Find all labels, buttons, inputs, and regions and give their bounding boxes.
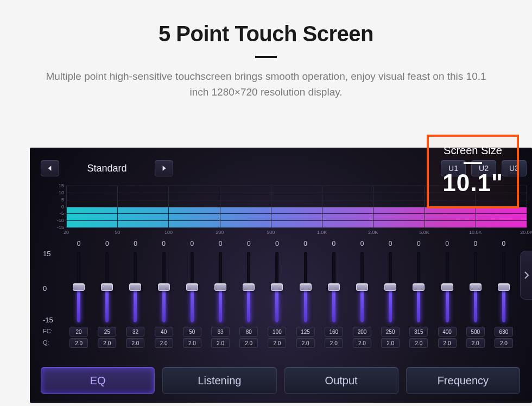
- slider-thumb[interactable]: [271, 283, 283, 291]
- tab-listening[interactable]: Listening: [162, 367, 276, 394]
- graph-x-tick: 10.0K: [469, 230, 482, 235]
- channel-q[interactable]: 2.0: [268, 338, 286, 348]
- slider-fill: [417, 287, 420, 322]
- channel-fc[interactable]: 500: [466, 327, 485, 337]
- channel-slider[interactable]: [275, 252, 278, 322]
- preset-name: Standard: [64, 163, 150, 174]
- graph-y-tick: -5: [51, 211, 64, 216]
- tab-eq[interactable]: EQ: [41, 367, 155, 394]
- slider-thumb[interactable]: [441, 283, 453, 291]
- channel-fc[interactable]: 25: [98, 327, 116, 337]
- channel-fc[interactable]: 20: [69, 327, 88, 337]
- channel-fc[interactable]: 160: [325, 327, 343, 337]
- graph-x-tick: 2.0K: [368, 230, 378, 235]
- slider-fill: [77, 287, 80, 322]
- channel-slider[interactable]: [191, 252, 194, 322]
- channel-fc[interactable]: 250: [381, 327, 400, 337]
- eq-channel: 06302.0: [491, 240, 517, 350]
- preset-prev-button[interactable]: [41, 160, 59, 176]
- slider-thumb[interactable]: [73, 283, 85, 291]
- channel-q[interactable]: 2.0: [438, 338, 457, 348]
- tab-frequency[interactable]: Frequency: [406, 367, 520, 394]
- graph-gridline-x: [271, 186, 271, 227]
- channel-slider[interactable]: [417, 252, 420, 322]
- eq-channel: 0502.0: [179, 240, 205, 350]
- channel-slider[interactable]: [105, 252, 109, 322]
- slider-thumb[interactable]: [413, 283, 425, 291]
- channel-value: 0: [134, 240, 137, 249]
- slider-thumb[interactable]: [300, 283, 312, 291]
- bank-scroll-right-button[interactable]: [520, 251, 532, 300]
- eq-slider-bank: 15 0 -15 0202.00252.00322.00402.00502.00…: [41, 240, 527, 350]
- preset-next-button[interactable]: [155, 160, 173, 176]
- channel-q[interactable]: 2.0: [296, 338, 315, 348]
- channel-slider[interactable]: [304, 252, 307, 322]
- graph-y-tick: -10: [51, 218, 64, 223]
- channel-fc[interactable]: 315: [409, 327, 428, 337]
- graph-x-tick: 20.0K: [520, 230, 532, 235]
- channel-slider[interactable]: [502, 252, 505, 322]
- eq-channel: 03152.0: [406, 240, 432, 350]
- channel-q[interactable]: 2.0: [98, 338, 116, 348]
- slider-thumb[interactable]: [158, 283, 170, 291]
- channel-q[interactable]: 2.0: [325, 338, 343, 348]
- channel-q[interactable]: 2.0: [466, 338, 485, 348]
- channel-value: 0: [247, 240, 251, 249]
- channel-q[interactable]: 2.0: [155, 338, 173, 348]
- channel-slider[interactable]: [77, 252, 80, 322]
- channel-q[interactable]: 2.0: [409, 338, 428, 348]
- slider-thumb[interactable]: [101, 283, 113, 291]
- slider-thumb[interactable]: [129, 283, 141, 291]
- channel-value: 0: [162, 240, 166, 249]
- channel-slider[interactable]: [332, 252, 335, 322]
- slider-thumb[interactable]: [384, 283, 396, 291]
- channel-q[interactable]: 2.0: [69, 338, 88, 348]
- channel-value: 0: [360, 240, 364, 249]
- channel-slider[interactable]: [389, 252, 392, 322]
- channel-slider[interactable]: [446, 252, 449, 322]
- channel-slider[interactable]: [360, 252, 364, 322]
- slider-thumb[interactable]: [328, 283, 340, 291]
- channel-slider[interactable]: [162, 252, 166, 322]
- graph-x-tick: 1.0K: [317, 230, 327, 235]
- channel-fc[interactable]: 125: [296, 327, 315, 337]
- channel-fc[interactable]: 100: [268, 327, 286, 337]
- channel-fc[interactable]: 200: [353, 327, 371, 337]
- channel-fc[interactable]: 80: [239, 327, 258, 337]
- channel-fc[interactable]: 40: [155, 327, 173, 337]
- slider-thumb[interactable]: [356, 283, 368, 291]
- channel-q[interactable]: 2.0: [183, 338, 201, 348]
- channel-q[interactable]: 2.0: [126, 338, 144, 348]
- graph-y-tick: 10: [51, 190, 64, 195]
- channel-slider[interactable]: [247, 252, 250, 322]
- graph-gridline-x: [66, 186, 67, 227]
- graph-gridline-y: [66, 227, 527, 228]
- channel-slider[interactable]: [219, 252, 222, 322]
- channel-fc[interactable]: 32: [126, 327, 144, 337]
- channel-slider[interactable]: [134, 252, 137, 322]
- eq-channel: 0402.0: [151, 240, 177, 350]
- slider-thumb[interactable]: [470, 283, 482, 291]
- graph-x-tick: 50: [115, 230, 120, 235]
- channel-q[interactable]: 2.0: [381, 338, 400, 348]
- slider-fill: [191, 287, 194, 322]
- q-row-label: Q:: [43, 339, 49, 346]
- channel-fc[interactable]: 400: [438, 327, 457, 337]
- slider-thumb[interactable]: [214, 283, 226, 291]
- channel-q[interactable]: 2.0: [495, 338, 513, 348]
- triangle-right-icon: [161, 165, 167, 172]
- channel-fc[interactable]: 63: [211, 327, 230, 337]
- channel-q[interactable]: 2.0: [211, 338, 230, 348]
- slider-fill: [134, 287, 137, 322]
- channel-q[interactable]: 2.0: [239, 338, 258, 348]
- slider-fill: [162, 287, 166, 322]
- channel-fc[interactable]: 50: [183, 327, 201, 337]
- tab-output[interactable]: Output: [284, 367, 398, 394]
- channel-q[interactable]: 2.0: [353, 338, 371, 348]
- slider-thumb[interactable]: [498, 283, 510, 291]
- slider-thumb[interactable]: [186, 283, 198, 291]
- channel-fc[interactable]: 630: [495, 327, 513, 337]
- channel-slider[interactable]: [474, 252, 477, 322]
- slider-thumb[interactable]: [243, 283, 255, 291]
- eq-channel: 01252.0: [293, 240, 319, 350]
